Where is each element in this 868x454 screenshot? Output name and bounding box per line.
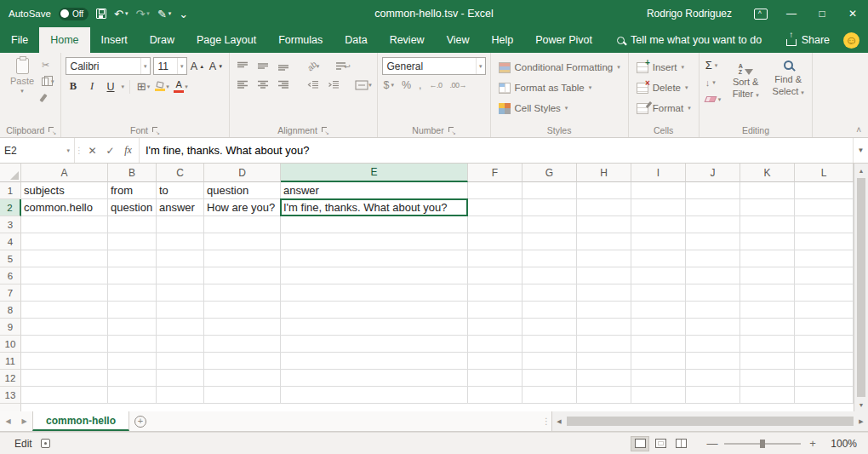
cell-K12[interactable] <box>740 370 795 387</box>
cell-E6[interactable] <box>281 267 468 284</box>
bold-button[interactable]: B <box>66 78 82 95</box>
maximize-button[interactable]: □ <box>807 0 837 27</box>
undo-button[interactable]: ↶▾ <box>114 8 128 20</box>
cell-A12[interactable] <box>21 370 108 387</box>
alignment-dialog-launcher[interactable] <box>322 127 328 134</box>
cell-I3[interactable] <box>631 216 686 233</box>
cell-H12[interactable] <box>577 370 631 387</box>
cell-F2[interactable] <box>468 199 523 216</box>
cell-D8[interactable] <box>204 302 281 319</box>
cell-G8[interactable] <box>523 302 577 319</box>
ribbon-tab-home[interactable]: Home <box>39 27 89 53</box>
percent-format-button[interactable]: % <box>402 79 411 91</box>
cell-F9[interactable] <box>468 319 523 336</box>
ribbon-tab-draw[interactable]: Draw <box>139 27 186 53</box>
row-header-7[interactable]: 7 <box>0 284 21 302</box>
cell-G7[interactable] <box>523 284 577 302</box>
cut-button[interactable]: ✂ <box>40 58 56 72</box>
cell-B5[interactable] <box>108 250 157 267</box>
cell-G13[interactable] <box>523 387 577 404</box>
cancel-entry-button[interactable]: ✕ <box>83 145 101 157</box>
cell-G10[interactable] <box>523 336 577 353</box>
ribbon-tab-view[interactable]: View <box>436 27 481 53</box>
cell-I7[interactable] <box>631 284 686 302</box>
cell-J9[interactable] <box>686 319 740 336</box>
paste-button[interactable]: Paste ▾ <box>6 56 38 95</box>
font-dialog-launcher[interactable] <box>152 127 159 134</box>
row-header-10[interactable]: 10 <box>0 336 21 353</box>
cell-L4[interactable] <box>795 233 854 250</box>
cell-B10[interactable] <box>108 336 157 353</box>
cell-J10[interactable] <box>686 336 740 353</box>
format-painter-button[interactable] <box>40 90 56 105</box>
cell-A7[interactable] <box>21 284 108 302</box>
ribbon-tab-insert[interactable]: Insert <box>90 27 139 53</box>
cell-K10[interactable] <box>740 336 795 353</box>
top-align-button[interactable] <box>234 59 252 73</box>
cell-F10[interactable] <box>468 336 523 353</box>
column-header-J[interactable]: J <box>686 164 740 182</box>
ribbon-tab-help[interactable]: Help <box>481 27 525 53</box>
cell-L6[interactable] <box>795 267 854 284</box>
cell-H13[interactable] <box>577 387 631 404</box>
cell-G12[interactable] <box>523 370 577 387</box>
decrease-indent-button[interactable] <box>305 78 323 92</box>
cell-E5[interactable] <box>281 250 468 267</box>
column-header-K[interactable]: K <box>740 164 795 182</box>
cell-C8[interactable] <box>157 302 204 319</box>
cell-J3[interactable] <box>686 216 740 233</box>
cell-L3[interactable] <box>795 216 854 233</box>
ribbon-display-options-button[interactable] <box>745 0 776 27</box>
zoom-slider[interactable] <box>724 443 801 445</box>
cell-D7[interactable] <box>204 284 281 302</box>
cell-F6[interactable] <box>468 267 523 284</box>
cell-C6[interactable] <box>157 267 204 284</box>
cell-K11[interactable] <box>740 353 795 370</box>
scroll-down-icon[interactable]: ▼ <box>854 398 868 411</box>
font-family-select[interactable]: Calibri ▾ <box>66 57 151 75</box>
redo-button[interactable]: ↷▾ <box>135 8 149 20</box>
cell-D11[interactable] <box>204 353 281 370</box>
vertical-scroll-thumb[interactable] <box>857 178 865 397</box>
cell-A6[interactable] <box>21 267 108 284</box>
decrease-decimal-button[interactable]: .00→ <box>450 81 467 89</box>
ribbon-tab-formulas[interactable]: Formulas <box>267 27 334 53</box>
cell-I1[interactable] <box>631 182 686 199</box>
ribbon-tab-power-pivot[interactable]: Power Pivot <box>524 27 603 53</box>
ribbon-tab-file[interactable]: File <box>0 27 39 53</box>
cell-L2[interactable] <box>795 199 854 216</box>
cell-G5[interactable] <box>523 250 577 267</box>
cell-J6[interactable] <box>686 267 740 284</box>
column-header-C[interactable]: C <box>157 164 204 182</box>
clear-button[interactable]: ▾ <box>704 92 723 106</box>
cell-H2[interactable] <box>577 199 631 216</box>
cell-J12[interactable] <box>686 370 740 387</box>
cell-C1[interactable]: to <box>157 182 204 199</box>
horizontal-scroll-thumb[interactable] <box>567 417 854 426</box>
cell-K2[interactable] <box>740 199 795 216</box>
cell-B3[interactable] <box>108 216 157 233</box>
column-header-D[interactable]: D <box>204 164 281 182</box>
row-header-4[interactable]: 4 <box>0 233 21 250</box>
cell-B6[interactable] <box>108 267 157 284</box>
cell-B1[interactable]: from <box>108 182 157 199</box>
copy-button[interactable]: ▾ <box>40 74 56 89</box>
cell-I5[interactable] <box>631 250 686 267</box>
fill-button[interactable]: ↓▾ <box>704 75 723 89</box>
cell-L1[interactable] <box>795 182 854 199</box>
row-header-11[interactable]: 11 <box>0 353 21 370</box>
cell-G9[interactable] <box>523 319 577 336</box>
align-left-button[interactable] <box>234 78 252 92</box>
conditional-formatting-button[interactable]: Conditional Formatting ▾ <box>495 58 624 77</box>
sort-filter-button[interactable]: AZ Sort &Filter ▾ <box>726 56 765 101</box>
zoom-thumb[interactable] <box>760 440 765 448</box>
cell-J2[interactable] <box>686 199 740 216</box>
font-size-select[interactable]: 11 ▾ <box>153 57 187 75</box>
number-format-select[interactable]: General ▾ <box>382 57 486 75</box>
cell-H3[interactable] <box>577 216 631 233</box>
zoom-out-button[interactable]: — <box>706 437 718 450</box>
cell-F5[interactable] <box>468 250 523 267</box>
name-box[interactable]: E2 ▾ <box>0 138 75 163</box>
cell-A1[interactable]: subjects <box>21 182 108 199</box>
cell-C4[interactable] <box>157 233 204 250</box>
